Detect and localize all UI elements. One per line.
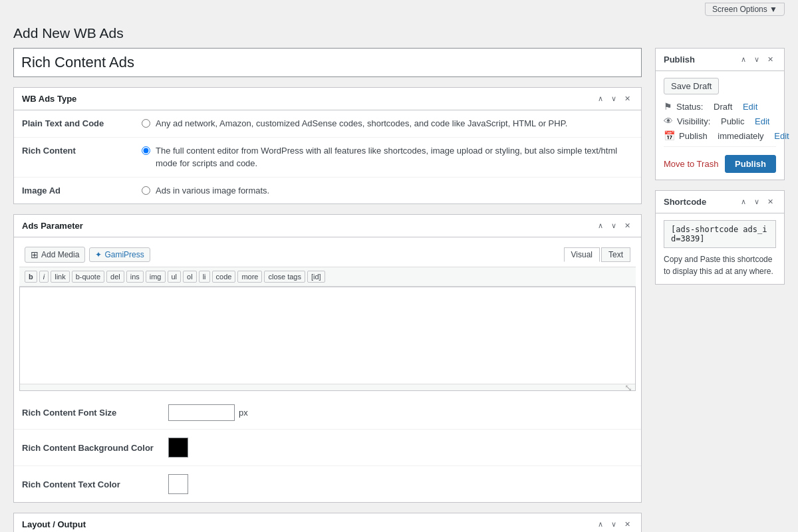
move-to-trash-button[interactable]: Move to Trash	[664, 159, 718, 169]
bg-color-value	[168, 438, 633, 458]
ads-type-plain-text-row: Plain Text and Code Any ad network, Amaz…	[14, 110, 641, 138]
ads-type-rich-content-row: Rich Content The full content editor fro…	[14, 138, 641, 178]
publish-box-body: Save Draft ⚑ Status: Draft Edit 👁 Visibi…	[656, 71, 784, 180]
layout-collapse-down[interactable]: ∨	[608, 519, 619, 530]
wb-ads-type-title: WB Ads Type	[22, 94, 76, 104]
status-label: Status:	[676, 102, 703, 112]
ads-type-plain-text-text: Any ad network, Amazon, customized AdSen…	[156, 117, 567, 130]
gamipress-button[interactable]: ✦ GamiPress	[89, 247, 150, 262]
ads-type-rich-content-label: Rich Content	[22, 144, 142, 156]
publish-close[interactable]: ✕	[765, 54, 776, 65]
fmt-img[interactable]: img	[146, 271, 166, 283]
shortcode-close[interactable]: ✕	[765, 196, 776, 207]
bg-color-row: Rich Content Background Color	[14, 430, 641, 466]
publish-box: Publish ∧ ∨ ✕ Save Draft ⚑ Status: Draft…	[655, 48, 785, 180]
publish-box-header: Publish ∧ ∨ ✕	[656, 49, 784, 71]
publish-time-row: 📅 Publish immediately Edit	[664, 130, 776, 141]
editor-toolbar-left: ⊞ Add Media ✦ GamiPress	[25, 247, 150, 263]
shortcode-collapse-down[interactable]: ∨	[751, 196, 762, 207]
shortcode-box-title: Shortcode	[664, 197, 706, 207]
layout-close[interactable]: ✕	[622, 519, 633, 530]
post-title-input[interactable]	[13, 48, 642, 77]
shortcode-collapse-up[interactable]: ∧	[738, 196, 749, 207]
layout-output-title: Layout / Output	[22, 519, 86, 529]
fmt-b-quote[interactable]: b-quote	[72, 271, 104, 283]
ads-type-plain-text-radio[interactable]	[142, 119, 150, 128]
visibility-icon: 👁	[664, 116, 673, 126]
layout-output-metabox: Layout / Output ∧ ∨ ✕ Everything connect…	[13, 513, 642, 532]
text-tab[interactable]: Text	[601, 247, 630, 262]
status-value: Draft	[714, 102, 732, 112]
fmt-del[interactable]: del	[106, 271, 124, 283]
ads-type-image-ad-label: Image Ad	[22, 184, 142, 196]
bg-color-swatch[interactable]	[168, 438, 188, 458]
visibility-edit-link[interactable]: Edit	[755, 116, 769, 126]
ads-param-collapse-up[interactable]: ∧	[595, 220, 606, 231]
font-size-value: px	[168, 404, 633, 421]
visibility-label: Visibility:	[677, 116, 710, 126]
ads-type-plain-text-desc: Any ad network, Amazon, customized AdSen…	[142, 117, 633, 130]
ads-type-rich-content-text: The full content editor from WordPress w…	[156, 144, 633, 170]
shortcode-box-header: Shortcode ∧ ∨ ✕	[656, 191, 784, 213]
page-title: Add New WB Ads	[0, 19, 798, 48]
publish-time-edit-link[interactable]: Edit	[774, 131, 789, 141]
fmt-close-tags[interactable]: close tags	[264, 271, 305, 283]
add-media-button[interactable]: ⊞ Add Media	[25, 247, 85, 263]
metabox-collapse-down[interactable]: ∨	[608, 93, 619, 104]
publish-time-label: Publish	[679, 131, 708, 141]
visibility-value: Public	[721, 116, 744, 126]
fmt-link[interactable]: link	[51, 271, 70, 283]
ads-parameter-metabox: Ads Parameter ∧ ∨ ✕ ⊞ Add Media	[13, 214, 642, 503]
layout-collapse-up[interactable]: ∧	[595, 519, 606, 530]
screen-options-button[interactable]: Screen Options ▼	[705, 3, 785, 16]
visual-tab[interactable]: Visual	[564, 247, 600, 262]
wb-ads-type-header: WB Ads Type ∧ ∨ ✕	[14, 88, 641, 110]
format-toolbar: b i link b-quote del ins img ul ol li co…	[19, 267, 636, 287]
fmt-li[interactable]: li	[199, 271, 210, 283]
title-input-wrap	[13, 48, 642, 77]
publish-time-icon: 📅	[664, 130, 675, 141]
shortcode-box: Shortcode ∧ ∨ ✕ [ads-shortcode ads_id=38…	[655, 190, 785, 285]
gamipress-icon: ✦	[95, 250, 102, 259]
sidebar-area: Publish ∧ ∨ ✕ Save Draft ⚑ Status: Draft…	[655, 48, 785, 532]
fmt-ol[interactable]: ol	[183, 271, 197, 283]
font-size-row: Rich Content Font Size px	[14, 396, 641, 430]
editor-wrapper: ⤡	[19, 287, 636, 391]
visibility-row: 👁 Visibility: Public Edit	[664, 116, 776, 126]
fmt-id[interactable]: [id]	[307, 271, 325, 283]
status-edit-link[interactable]: Edit	[743, 102, 757, 112]
text-color-swatch[interactable]	[168, 474, 188, 494]
layout-output-controls: ∧ ∨ ✕	[595, 519, 633, 530]
font-size-input[interactable]	[168, 404, 235, 421]
publish-button[interactable]: Publish	[725, 155, 776, 173]
ads-type-image-ad-row: Image Ad Ads in various image formats.	[14, 178, 641, 204]
ads-param-close[interactable]: ✕	[622, 220, 633, 231]
ads-type-image-ad-radio[interactable]	[142, 186, 150, 195]
publish-collapse-down[interactable]: ∨	[751, 54, 762, 65]
save-draft-button[interactable]: Save Draft	[664, 78, 719, 94]
fmt-ins[interactable]: ins	[126, 271, 144, 283]
ads-type-rich-content-radio[interactable]	[142, 146, 150, 155]
fmt-ul[interactable]: ul	[168, 271, 182, 283]
editor-resize-handle[interactable]: ⤡	[20, 384, 635, 390]
content-area: WB Ads Type ∧ ∨ ✕ Plain Text and Code An…	[13, 48, 642, 532]
fmt-more[interactable]: more	[237, 271, 262, 283]
publish-collapse-up[interactable]: ∧	[738, 54, 749, 65]
ads-param-collapse-down[interactable]: ∨	[608, 220, 619, 231]
publish-box-controls: ∧ ∨ ✕	[738, 54, 776, 65]
shortcode-help: Copy and Paste this shortcode to display…	[664, 253, 776, 277]
metabox-controls: ∧ ∨ ✕	[595, 93, 633, 104]
ads-type-rich-content-desc: The full content editor from WordPress w…	[142, 144, 633, 170]
ads-type-plain-text-label: Plain Text and Code	[22, 117, 142, 128]
editor-tabs: Visual Text	[564, 247, 630, 262]
metabox-collapse-up[interactable]: ∧	[595, 93, 606, 104]
fmt-i[interactable]: i	[39, 271, 49, 283]
status-icon: ⚑	[664, 101, 672, 112]
shortcode-box-controls: ∧ ∨ ✕	[738, 196, 776, 207]
publish-time-value: immediately	[718, 131, 763, 141]
status-row: ⚑ Status: Draft Edit	[664, 101, 776, 112]
fmt-b[interactable]: b	[25, 271, 37, 283]
fmt-code[interactable]: code	[212, 271, 236, 283]
editor-textarea[interactable]	[20, 287, 635, 384]
metabox-close[interactable]: ✕	[622, 93, 633, 104]
